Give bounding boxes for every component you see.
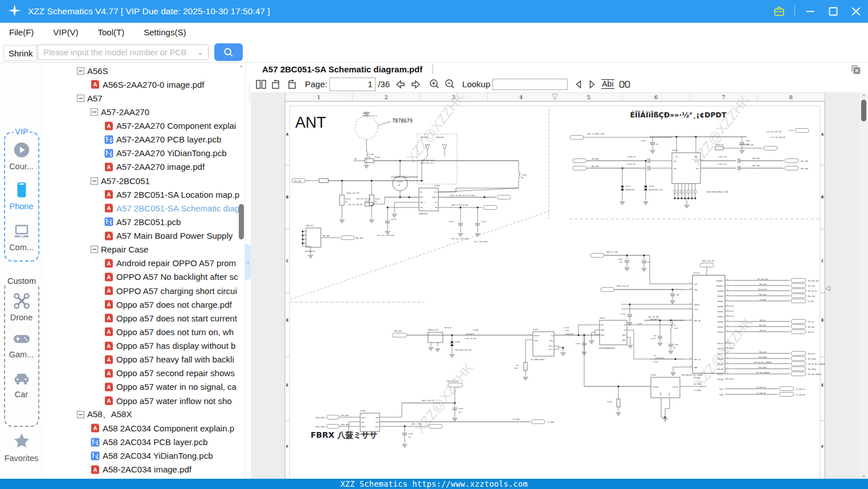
tree-item[interactable]: A57-2AA270 Component explai xyxy=(104,119,246,133)
tree-item[interactable]: A58 2AC034 YiDianTong.pcb xyxy=(91,449,246,463)
tree-item[interactable]: A57 Main Board Power Supply xyxy=(104,229,246,243)
sidebar-item-gam[interactable]: Gam... xyxy=(0,332,43,359)
svg-text:GND1: GND1 xyxy=(660,392,662,396)
search-input[interactable] xyxy=(42,47,197,58)
schematic-canvas[interactable]: 12345678AABBCCDDEEFFXZZ@XZZHKXZZ@XZZHKXZ… xyxy=(251,92,868,479)
tree-item[interactable]: OPPO A57 charging short circui xyxy=(104,284,246,298)
pdf-file-icon xyxy=(104,231,113,241)
svg-text:U1108: U1108 xyxy=(360,410,365,412)
tree-item[interactable]: A58、A58X xyxy=(77,408,246,421)
svg-text:C1318 22p: C1318 22p xyxy=(627,156,635,158)
viewer-scrollbar[interactable]: ⌃ ⌄ xyxy=(859,92,868,479)
briefcase-icon[interactable] xyxy=(772,4,787,19)
menu-item-settingss[interactable]: Settings(S) xyxy=(144,27,186,37)
tree-item[interactable]: Android repair OPPO A57 prom xyxy=(104,256,246,270)
svg-text:RF4: RF4 xyxy=(696,168,699,170)
tree-expander-icon[interactable] xyxy=(91,177,98,185)
tree-item[interactable]: A57 xyxy=(77,91,246,105)
find-next-icon[interactable] xyxy=(587,79,597,90)
tree-item[interactable]: Oppo a57 second repair shows xyxy=(104,366,246,380)
next-page-icon[interactable] xyxy=(410,79,422,90)
tree-expander-icon[interactable] xyxy=(91,246,98,253)
find-prev-icon[interactable] xyxy=(573,79,584,90)
svg-text:TRXHB12: TRXHB12 xyxy=(716,285,723,287)
menu-item-toolt[interactable]: Tool(T) xyxy=(98,27,125,37)
tree-item[interactable]: A56S-2AA270-0 image.pdf xyxy=(91,78,246,91)
tree-item[interactable]: Oppo a57 does not start current xyxy=(104,311,246,325)
binoculars-icon[interactable] xyxy=(618,79,631,90)
svg-text:ESD9X5VU5AC 0201: ESD9X5VU5AC 0201 xyxy=(649,189,663,191)
tree-item[interactable]: A57 2BC051-SA Location map.p xyxy=(104,188,246,201)
pdf-file-icon xyxy=(91,423,100,433)
chevron-down-icon[interactable]: ⌄ xyxy=(197,48,203,56)
whole-word-icon[interactable]: Abi xyxy=(601,79,614,89)
zoom-in-icon[interactable] xyxy=(429,78,441,90)
category-sidebar: VIP Cour... Phone Com... Custom Drone Ga… xyxy=(0,63,43,479)
sidebar-item-car[interactable]: Car xyxy=(0,370,43,399)
tree-item[interactable]: A57 2BC051-SA Schematic diag xyxy=(104,201,246,215)
sidebar-item-com[interactable]: Com... xyxy=(0,222,43,252)
tree-item[interactable]: Repair Case xyxy=(91,243,246,256)
tree-expander-icon[interactable] xyxy=(91,108,98,116)
svg-text:L1116: L1116 xyxy=(653,361,658,363)
tree-item[interactable]: OPPO A57 No backlight after sc xyxy=(104,270,246,284)
tree-item[interactable]: A58-2AC034 image.pdf xyxy=(91,463,246,476)
tree-item[interactable]: Oppo a57 heavy fall with backli xyxy=(104,353,246,366)
svg-text:MMBC10-2SC: MMBC10-2SC xyxy=(428,329,438,331)
svg-text:LL2_L10_2P6_ON: LL2_L10_2P6_ON xyxy=(771,136,785,138)
tree-scrollbar-thumb[interactable] xyxy=(239,204,244,239)
tree-item[interactable]: A56S xyxy=(77,64,246,78)
gamepad-icon xyxy=(13,332,31,349)
close-all-tabs-icon[interactable] xyxy=(850,64,861,77)
scroll-down-icon[interactable]: ⌄ xyxy=(861,472,866,478)
maximize-button[interactable] xyxy=(826,4,841,19)
svg-text:4: 4 xyxy=(519,94,523,100)
svg-text:1NH ¡Ä2.2NH: 1NH ¡Ä2.2NH xyxy=(648,316,659,318)
svg-text:RX_FBRX: RX_FBRX xyxy=(694,383,701,385)
sidebar-item-favorites[interactable]: Favorites xyxy=(0,432,43,463)
prev-page-icon[interactable] xyxy=(394,79,406,90)
tree-item[interactable]: A57-2AA270 xyxy=(91,105,246,119)
document-tab[interactable]: A57 2BC051-SA Schematic diagram.pdf xyxy=(251,63,422,76)
svg-text:RF2: RF2 xyxy=(420,196,423,198)
tree-item[interactable]: Oppo a57 does not turn on, wh xyxy=(104,325,246,339)
tree-item[interactable]: Oppo a57 water in no signal, ca xyxy=(104,380,246,394)
sidebar-item-drone[interactable]: Drone xyxy=(0,292,43,322)
sidebar-item-cour[interactable]: Cour... xyxy=(0,141,43,171)
tree-expander-icon[interactable] xyxy=(77,67,84,75)
menu-item-vipv[interactable]: VIP(V) xyxy=(53,27,78,37)
viewer-scrollbar-thumb[interactable] xyxy=(861,100,866,121)
tree-expander-icon[interactable] xyxy=(77,95,84,102)
close-button[interactable] xyxy=(849,4,863,19)
rotate-left-icon[interactable] xyxy=(270,79,282,90)
tree-item[interactable]: A57-2BC051 xyxy=(91,174,246,188)
tree-item[interactable]: A57-2AA270 image.pdf xyxy=(104,160,246,174)
tree-item[interactable]: A58 2AC034 Component explain.p xyxy=(91,421,246,435)
pdf-file-icon xyxy=(104,121,113,131)
rotate-right-icon[interactable] xyxy=(286,79,298,90)
tree-item[interactable]: Oppo a57 water inflow not sho xyxy=(104,394,246,408)
sidebar-item-phone[interactable]: Phone xyxy=(0,181,43,211)
tree-expander-icon[interactable] xyxy=(77,411,84,418)
tree-item[interactable]: A57 2BC051.pcb xyxy=(104,215,246,229)
minimize-button[interactable] xyxy=(803,4,818,19)
menu-item-filef[interactable]: File(F) xyxy=(9,27,34,37)
tree-item[interactable]: A57-2AA270 PCB layer.pcb xyxy=(104,133,246,146)
shrink-button[interactable]: Shrink xyxy=(3,45,38,61)
scroll-up-icon[interactable]: ⌃ xyxy=(861,94,866,100)
svg-text:1O8: 1O8 xyxy=(676,294,679,296)
tree-item[interactable]: A57-2AA270 YiDianTong.pcb xyxy=(104,146,246,160)
tree-item[interactable]: Oppo a57 has display without b xyxy=(104,339,246,353)
page-number-input[interactable] xyxy=(329,78,376,91)
pcb-file-icon xyxy=(104,135,113,144)
tree-item[interactable]: A58 2AC034 PCB layer.pcb xyxy=(91,435,246,449)
two-page-icon[interactable] xyxy=(255,79,267,90)
svg-text:C1317: C1317 xyxy=(641,140,646,142)
search-button[interactable] xyxy=(214,43,243,61)
tree-item[interactable]: Oppo a57 does not charge.pdf xyxy=(104,298,246,311)
zoom-out-icon[interactable] xyxy=(444,78,456,90)
scroll-up-icon[interactable]: ⌃ xyxy=(239,65,244,71)
tree-scrollbar[interactable]: ⌃ xyxy=(238,64,244,478)
svg-text:COM: COM xyxy=(376,422,378,423)
lookup-input[interactable] xyxy=(492,79,568,90)
